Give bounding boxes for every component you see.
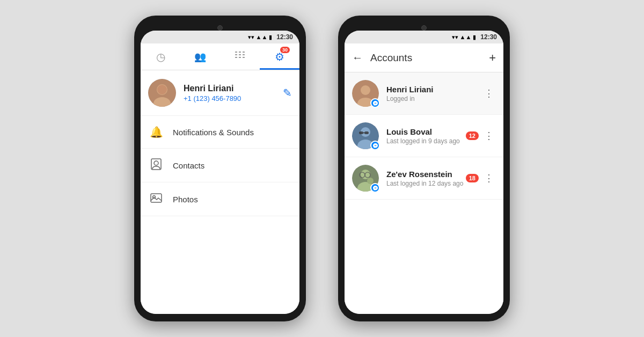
phone-camera-1 bbox=[217, 25, 223, 31]
account-item-2[interactable]: Ze'ev Rosenstein Last logged in 12 days … bbox=[345, 157, 503, 200]
phone-2: ▾▾ ▲▲ ▮ 12:30 ← Accounts + bbox=[338, 16, 510, 321]
svg-rect-7 bbox=[239, 57, 241, 58]
phone-2-screen: ▾▾ ▲▲ ▮ 12:30 ← Accounts + bbox=[345, 31, 503, 314]
tab-dialpad[interactable] bbox=[220, 43, 260, 70]
signal-icon-2: ▲▲ bbox=[460, 34, 472, 40]
contacts-menu-icon bbox=[148, 158, 164, 172]
svg-rect-6 bbox=[235, 57, 237, 58]
phone-1: ▾▾ ▲▲ ▮ 12:30 ◷ 👥 bbox=[134, 16, 306, 321]
status-icons-1: ▾▾ ▲▲ ▮ bbox=[248, 34, 273, 41]
account-badge-2: 18 bbox=[466, 174, 479, 182]
account-avatar-wrap-2 bbox=[352, 165, 379, 192]
accounts-list: Henri Liriani Logged in ⋮ bbox=[345, 72, 503, 314]
account-name-2: Ze'ev Rosenstein bbox=[386, 170, 466, 179]
svg-rect-23 bbox=[359, 131, 363, 134]
back-button[interactable]: ← bbox=[352, 52, 363, 64]
account-avatar-wrap-1 bbox=[352, 122, 379, 149]
account-status-0: Logged in bbox=[386, 95, 482, 102]
messenger-badge-0 bbox=[370, 98, 380, 108]
phone-camera-2 bbox=[421, 25, 427, 31]
accounts-title: Accounts bbox=[370, 52, 481, 64]
account-name-1: Louis Boval bbox=[386, 127, 466, 136]
account-name-0: Henri Liriani bbox=[386, 85, 482, 94]
messenger-badge-2 bbox=[370, 183, 380, 193]
settings-badge: 30 bbox=[280, 47, 290, 53]
notifications-icon: 🔔 bbox=[148, 126, 164, 138]
battery-icon: ▮ bbox=[269, 34, 272, 41]
wifi-icon: ▾▾ bbox=[248, 34, 254, 41]
menu-item-photos[interactable]: Photos bbox=[141, 182, 299, 216]
photos-icon bbox=[148, 192, 164, 206]
account-status-1: Last logged in 9 days ago bbox=[386, 137, 466, 145]
edit-icon[interactable]: ✎ bbox=[283, 86, 292, 99]
wifi-icon-2: ▾▾ bbox=[452, 34, 458, 41]
svg-rect-24 bbox=[364, 131, 369, 134]
dialpad-icon bbox=[235, 52, 245, 62]
account-item-1[interactable]: Louis Boval Last logged in 9 days ago 12… bbox=[345, 115, 503, 157]
contacts-icon: 👥 bbox=[194, 51, 206, 63]
photos-label: Photos bbox=[173, 195, 198, 204]
tab-contacts[interactable]: 👥 bbox=[180, 43, 220, 70]
user-info: Henri Liriani +1 (123) 456-7890 bbox=[184, 84, 283, 102]
svg-rect-8 bbox=[243, 57, 245, 58]
contacts-menu-label: Contacts bbox=[173, 161, 204, 170]
status-time-1: 12:30 bbox=[276, 33, 293, 41]
more-menu-0[interactable]: ⋮ bbox=[482, 85, 496, 101]
status-bar-2: ▾▾ ▲▲ ▮ 12:30 bbox=[345, 31, 503, 43]
user-name: Henri Liriani bbox=[184, 84, 283, 93]
more-menu-1[interactable]: ⋮ bbox=[482, 128, 496, 144]
messenger-badge-1 bbox=[370, 141, 380, 150]
status-bar-1: ▾▾ ▲▲ ▮ 12:30 bbox=[141, 31, 299, 43]
menu-item-contacts[interactable]: Contacts bbox=[141, 149, 299, 182]
user-phone: +1 (123) 456-7890 bbox=[184, 94, 283, 102]
tab-bar: ◷ 👥 bbox=[141, 43, 299, 70]
svg-rect-4 bbox=[239, 54, 241, 55]
account-status-2: Last logged in 12 days ago bbox=[386, 180, 466, 187]
tab-settings[interactable]: ⚙ 30 bbox=[260, 43, 299, 70]
account-badge-1: 12 bbox=[466, 131, 479, 140]
svg-rect-15 bbox=[151, 194, 162, 202]
status-time-2: 12:30 bbox=[480, 33, 497, 41]
phone-1-content: Henri Liriani +1 (123) 456-7890 ✎ 🔔 Noti… bbox=[141, 70, 299, 314]
svg-point-18 bbox=[361, 85, 370, 95]
svg-rect-2 bbox=[243, 52, 245, 53]
phone-1-screen: ▾▾ ▲▲ ▮ 12:30 ◷ 👥 bbox=[141, 31, 299, 314]
svg-rect-1 bbox=[239, 52, 241, 53]
menu-item-notifications[interactable]: 🔔 Notifications & Sounds bbox=[141, 116, 299, 149]
signal-icon: ▲▲ bbox=[256, 34, 268, 40]
svg-rect-5 bbox=[243, 54, 245, 55]
svg-point-14 bbox=[154, 161, 158, 165]
account-avatar-wrap-0 bbox=[352, 80, 379, 107]
svg-rect-3 bbox=[235, 54, 237, 55]
tab-recent[interactable]: ◷ bbox=[141, 43, 180, 70]
user-header: Henri Liriani +1 (123) 456-7890 ✎ bbox=[141, 70, 299, 116]
account-details-2: Ze'ev Rosenstein Last logged in 12 days … bbox=[386, 170, 466, 187]
notifications-label: Notifications & Sounds bbox=[173, 128, 254, 137]
svg-rect-0 bbox=[235, 52, 237, 53]
recent-icon: ◷ bbox=[156, 50, 165, 63]
accounts-header: ← Accounts + bbox=[345, 43, 503, 72]
account-item-0[interactable]: Henri Liriani Logged in ⋮ bbox=[345, 72, 503, 115]
add-account-button[interactable]: + bbox=[489, 51, 496, 65]
user-avatar bbox=[148, 79, 176, 107]
account-details-0: Henri Liriani Logged in bbox=[386, 85, 482, 102]
status-icons-2: ▾▾ ▲▲ ▮ bbox=[452, 34, 477, 41]
account-details-1: Louis Boval Last logged in 9 days ago bbox=[386, 127, 466, 145]
battery-icon-2: ▮ bbox=[473, 34, 476, 41]
more-menu-2[interactable]: ⋮ bbox=[482, 170, 496, 186]
svg-point-12 bbox=[157, 85, 167, 94]
